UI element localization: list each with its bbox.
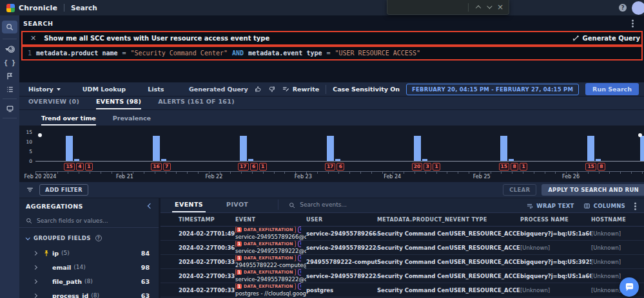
alert-count-badge[interactable]: 8 [598,163,605,171]
alert-count-badge[interactable]: 7 [163,163,171,171]
alert-count-badge[interactable]: 20 [412,163,422,171]
alert-count-badge[interactable]: 1 [520,163,527,171]
avatar[interactable] [632,1,644,15]
table-row[interactable]: 2024-02-27T00:33:39.3521DATA_EXFILTRATIO… [161,255,644,269]
tab-alerts-161-of-161[interactable]: ALERTS (161 OF 161) [158,98,235,109]
alert-count-badge[interactable]: 1 [85,163,93,171]
apply-to-search-button[interactable]: APPLY TO SEARCH AND RUN [542,184,644,196]
column-header-event-type[interactable]: EVENT TYPE [449,217,520,223]
events-search-input[interactable] [300,201,390,208]
data-exfiltration-badge[interactable]: 1DATA_EXFILTRATION [235,227,296,233]
columns-button[interactable]: COLUMNS [583,203,625,209]
aggregations-search-input[interactable] [37,218,133,224]
tab-pivot[interactable]: PIVOT [224,201,251,212]
alert-count-badge[interactable]: 6 [337,163,344,171]
data-exfiltration-badge[interactable]: 1DATA_EXFILTRATION [235,241,296,247]
table-row[interactable]: 2024-02-27T00:36:05.4691DATA_EXFILTRATIO… [161,241,644,255]
aggregation-field-row[interactable]: process_id(8)63 [19,288,159,298]
alert-count-badge[interactable]: 16 [151,163,161,171]
aggregations-search[interactable] [19,214,159,228]
event-bar-small[interactable] [248,159,253,161]
alert-count-badge[interactable]: 15 [499,163,509,171]
data-exfiltration-badge[interactable]: 1DATA_EXFILTRATION [235,269,296,275]
event-type-badge[interactable]: USER_RES [298,227,301,233]
alert-count-badge[interactable]: 4 [76,163,84,171]
event-type-badge[interactable]: USER_RES [298,255,301,261]
chevron-right-icon[interactable] [33,265,37,269]
alert-count-badge[interactable]: 1 [259,163,267,171]
find-in-page-bar[interactable]: × [387,0,509,15]
event-bar[interactable] [327,136,334,161]
thumbs-up-button[interactable] [255,83,262,95]
search-menu-kebab-icon[interactable] [632,23,634,24]
run-search-button[interactable]: Run Search [585,83,639,95]
event-type-badge[interactable]: USER_RES [298,241,301,247]
event-bar-small[interactable] [422,159,427,161]
column-header-timestamp[interactable]: TIMESTAMP [161,217,235,223]
timeline-brush-handle-left[interactable] [38,133,42,137]
data-exfiltration-badge[interactable]: 1DATA_EXFILTRATION [235,283,296,290]
udm-lookup-button[interactable]: UDM Lookup [83,86,126,93]
event-bar-small[interactable] [509,159,514,161]
aggregation-field-row[interactable]: email(14)98 [19,260,159,274]
nav-detections-item[interactable] [5,45,15,53]
event-type-badge[interactable]: USER_RES [298,269,301,275]
clear-query-icon[interactable]: ✕ [30,35,36,42]
natural-language-query-text[interactable]: Show me all SCC events with User resourc… [44,35,269,42]
nav-rules-item[interactable] [6,86,14,93]
aggregation-field-row[interactable]: file_path(8)63 [19,274,159,288]
event-bar[interactable] [414,136,421,161]
generate-query-button[interactable]: Generate Query [565,35,641,42]
lists-button[interactable]: Lists [148,86,164,93]
aggregation-field-row[interactable]: ip(5)84 [19,246,159,260]
rewrite-button[interactable]: Rewrite [282,86,319,93]
clear-button[interactable]: CLEAR [503,184,536,196]
help-icon[interactable]: ? [619,4,627,12]
event-type-badge[interactable]: USER_RES [298,283,301,290]
event-bar-small[interactable] [335,159,340,161]
timeline-brush-handle-right[interactable] [638,133,642,137]
natural-language-query-row[interactable]: ✕ Show me all SCC events with User resou… [21,31,643,46]
event-bar-small[interactable] [161,159,166,161]
alert-count-badge[interactable]: 17 [325,163,335,171]
chevron-right-icon[interactable] [33,250,37,255]
table-row[interactable]: 2024-02-27T00:33:25.7861DATA_EXFILTRATIO… [161,269,644,283]
history-dropdown[interactable]: History [28,86,61,93]
event-bar[interactable] [587,136,594,161]
events-search[interactable] [278,200,390,210]
find-close-icon[interactable]: × [497,3,503,11]
event-bar-partial[interactable] [640,136,644,161]
event-bar-small[interactable] [596,159,601,161]
alert-count-badge[interactable]: 17 [238,163,248,171]
tab-overview-0[interactable]: OVERVIEW (0) [28,98,79,109]
udm-query-editor[interactable]: 1 metadata.product_name="Security Comman… [21,46,643,61]
chat-assistant-fab[interactable] [620,277,639,297]
alert-count-badge[interactable]: 3 [424,163,431,171]
alert-count-badge[interactable]: 1 [433,163,440,171]
event-bar-small[interactable] [74,159,79,161]
table-row[interactable]: 2024-02-27T00:33:17.4901DATA_EXFILTRATIO… [161,283,644,297]
case-sensitivity-toggle[interactable]: Case Sensitivity On [333,86,400,93]
find-next-icon[interactable] [487,3,492,8]
grouped-fields-header[interactable]: GROUPED FIELDS ? [19,230,159,246]
alert-count-badge[interactable]: 6 [250,163,258,171]
alert-count-badge[interactable]: 8 [511,163,518,171]
table-row[interactable]: 2024-02-27T01:49:25.7861DATA_EXFILTRATIO… [161,227,644,241]
tab-events[interactable]: EVENTS [172,201,206,212]
event-bar[interactable] [153,136,160,161]
table-menu-kebab-icon[interactable] [634,205,636,207]
column-header-event[interactable]: EVENT [235,217,306,223]
column-header-process-name[interactable]: PROCESS NAME [520,217,591,223]
alert-count-badge[interactable]: 15 [585,163,596,171]
chevron-right-icon[interactable] [33,279,37,283]
data-exfiltration-badge[interactable]: 1DATA_EXFILTRATION [235,255,296,261]
nav-dashboards-item[interactable] [6,105,14,113]
find-previous-icon[interactable] [476,5,481,10]
chevron-right-icon[interactable] [33,293,37,297]
event-bar[interactable] [66,136,73,161]
nav-parser-item[interactable]: { } [4,59,15,66]
help-circle-icon[interactable]: ? [95,235,102,241]
nav-search-item[interactable] [2,21,17,33]
nav-flags-item[interactable] [6,72,14,80]
column-header-metadata-product-name[interactable]: METADATA.PRODUCT_NAME [377,217,449,223]
